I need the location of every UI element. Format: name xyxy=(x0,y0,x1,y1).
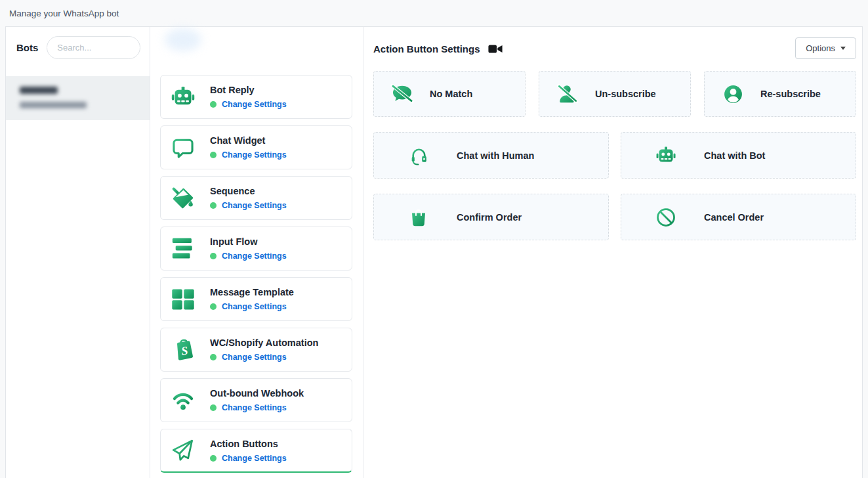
tile-label: Chat with Bot xyxy=(704,150,765,161)
feature-title: Input Flow xyxy=(210,236,287,247)
action-tile-no-match[interactable]: No Match xyxy=(373,71,526,117)
action-button-settings-panel: Action Button Settings Options xyxy=(363,27,863,478)
robot-icon xyxy=(171,85,196,110)
action-tile-chat-with-bot[interactable]: Chat with Bot xyxy=(621,132,856,179)
status-dot xyxy=(210,253,217,259)
robot-icon xyxy=(654,145,678,166)
caret-down-icon xyxy=(840,47,846,50)
fill-drip-icon xyxy=(171,186,196,211)
change-settings-link[interactable]: Change Settings xyxy=(222,353,287,362)
feature-title: Action Buttons xyxy=(210,439,287,449)
status-dot xyxy=(210,152,217,158)
page-header: Manage your WhatsApp bot xyxy=(0,0,868,26)
tile-label: Re-subscribe xyxy=(760,89,821,99)
feature-card-chat-widget[interactable]: Chat Widget Change Settings xyxy=(160,125,352,169)
action-tile-unsubscribe[interactable]: Un-subscribe xyxy=(539,71,691,117)
ban-icon xyxy=(654,207,678,228)
grid-icon xyxy=(171,287,196,312)
options-label: Options xyxy=(806,43,835,53)
blurred-avatar-blob xyxy=(165,28,201,51)
feature-card-shopify-automation[interactable]: S WC/Shopify Automation Change Settings xyxy=(160,328,352,372)
video-icon[interactable] xyxy=(488,43,503,54)
shopify-icon: S xyxy=(171,337,196,362)
wifi-icon xyxy=(171,388,196,413)
bars-icon xyxy=(171,236,196,261)
bot-phone-redacted xyxy=(20,102,87,108)
tile-label: Un-subscribe xyxy=(595,89,656,99)
change-settings-link[interactable]: Change Settings xyxy=(222,150,287,160)
change-settings-link[interactable]: Change Settings xyxy=(222,100,287,109)
panel-title: Action Button Settings xyxy=(373,43,480,54)
user-slash-icon xyxy=(556,83,579,104)
headset-icon xyxy=(407,145,430,165)
feature-title: Sequence xyxy=(210,186,287,196)
status-dot xyxy=(210,101,217,108)
feature-title: Bot Reply xyxy=(210,85,287,95)
change-settings-link[interactable]: Change Settings xyxy=(222,302,287,311)
bot-list-item-selected[interactable] xyxy=(6,76,150,120)
tile-label: No Match xyxy=(430,89,472,99)
feature-title: Chat Widget xyxy=(210,135,287,146)
options-button[interactable]: Options xyxy=(795,37,856,59)
status-dot xyxy=(210,202,217,209)
status-dot xyxy=(210,404,217,411)
change-settings-link[interactable]: Change Settings xyxy=(222,251,287,261)
page-title: Manage your WhatsApp bot xyxy=(9,9,119,18)
comment-slash-icon xyxy=(390,83,414,104)
status-dot xyxy=(210,354,217,360)
feature-title: Out-bound Webhook xyxy=(210,388,304,399)
change-settings-link[interactable]: Change Settings xyxy=(222,201,287,210)
status-dot xyxy=(210,455,217,462)
feature-title: WC/Shopify Automation xyxy=(210,337,318,348)
paper-plane-icon xyxy=(171,438,196,463)
tile-label: Cancel Order xyxy=(704,212,764,223)
bots-heading: Bots xyxy=(16,42,38,53)
action-tile-resubscribe[interactable]: Re-subscribe xyxy=(704,71,856,117)
bot-name-redacted xyxy=(20,87,58,94)
tile-label: Confirm Order xyxy=(457,212,522,223)
shopping-bag-icon xyxy=(407,207,430,227)
feature-title: Message Template xyxy=(210,287,294,297)
user-circle-icon xyxy=(721,83,745,105)
feature-card-sequence[interactable]: Sequence Change Settings xyxy=(160,176,352,220)
status-dot xyxy=(210,303,217,310)
features-column: Bot Reply Change Settings Chat Widget Ch… xyxy=(150,27,363,478)
feature-card-bot-reply[interactable]: Bot Reply Change Settings xyxy=(160,75,352,119)
action-tile-chat-with-human[interactable]: Chat with Human xyxy=(373,132,609,179)
bots-sidebar: Bots xyxy=(6,27,150,478)
change-settings-link[interactable]: Change Settings xyxy=(222,403,287,412)
feature-card-input-flow[interactable]: Input Flow Change Settings xyxy=(160,227,352,271)
action-tile-confirm-order[interactable]: Confirm Order xyxy=(373,194,609,240)
bot-search-input[interactable] xyxy=(47,36,140,59)
feature-card-outbound-webhook[interactable]: Out-bound Webhook Change Settings xyxy=(160,378,352,422)
feature-card-message-template[interactable]: Message Template Change Settings xyxy=(160,277,352,321)
change-settings-link[interactable]: Change Settings xyxy=(222,454,287,463)
action-tile-cancel-order[interactable]: Cancel Order xyxy=(621,194,856,240)
main-card: Bots xyxy=(5,26,863,478)
feature-card-action-buttons[interactable]: Action Buttons Change Settings xyxy=(160,429,352,473)
comment-icon xyxy=(171,135,196,160)
tile-label: Chat with Human xyxy=(457,150,534,161)
